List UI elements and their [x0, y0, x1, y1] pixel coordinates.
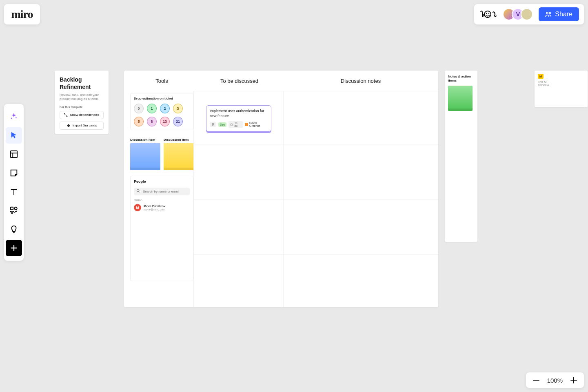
- svg-point-9: [14, 207, 17, 210]
- column-header-discussed: To be discussed: [195, 71, 283, 91]
- circle-icon: [230, 123, 233, 126]
- right-panel-text-2: trained o: [538, 84, 584, 87]
- discussion-item-label-1: Discussion item: [130, 138, 160, 142]
- tool-text[interactable]: [6, 184, 22, 200]
- grid-line: [193, 144, 438, 144]
- column-header-tools: Tools: [130, 71, 193, 91]
- cursor-icon: [9, 131, 18, 140]
- people-header: People: [134, 179, 190, 184]
- plus-icon: [9, 244, 18, 252]
- reactions-icon[interactable]: [479, 9, 497, 19]
- svg-rect-5: [11, 151, 18, 158]
- chip-1[interactable]: 1: [147, 104, 157, 113]
- ticket-desc-icon: [210, 122, 216, 127]
- people-icon: [545, 11, 552, 18]
- svg-rect-8: [11, 207, 13, 210]
- svg-line-14: [139, 192, 140, 193]
- tool-ai[interactable]: [6, 109, 22, 125]
- plus-icon: [570, 376, 577, 384]
- people-panel: People Online M Moni Dimitrov mony@miro.…: [130, 176, 193, 281]
- person-name: Moni Dimitrov: [144, 204, 165, 208]
- sticky-blue[interactable]: [130, 143, 160, 170]
- online-label: Online: [134, 199, 190, 202]
- board[interactable]: Tools To be discussed Discussion notes D…: [124, 71, 438, 307]
- ticket-assignee: David Grabner: [245, 122, 268, 127]
- right-truncated-panel[interactable]: M This AI trained o: [535, 71, 588, 107]
- template-icon: [9, 150, 18, 159]
- svg-point-0: [484, 11, 491, 18]
- svg-point-1: [486, 13, 487, 14]
- shapes-icon: [9, 206, 18, 215]
- zoom-value[interactable]: 100%: [547, 377, 563, 384]
- sparkle-icon: [9, 112, 18, 121]
- discussion-item-blue: Discussion item: [130, 138, 160, 170]
- sticky-green[interactable]: [448, 86, 473, 111]
- logo-text: miro: [11, 8, 33, 21]
- template-subtitle: Review, rank, and edit your product back…: [60, 93, 104, 102]
- tool-sticky[interactable]: [6, 165, 22, 181]
- people-search-wrap: [134, 187, 190, 195]
- chip-21[interactable]: 21: [173, 117, 183, 126]
- tool-more[interactable]: [6, 240, 22, 256]
- discussion-item-yellow: Discussion item: [164, 138, 194, 170]
- top-right-bar: V Share: [474, 4, 584, 24]
- notes-panel[interactable]: Notes & action items: [445, 71, 477, 242]
- assignee-avatar-icon: [245, 123, 248, 126]
- jira-icon: [67, 124, 71, 128]
- template-card: Backlog Refinement Review, rank, and edi…: [55, 71, 109, 134]
- tool-shapes[interactable]: [6, 202, 22, 219]
- grid-vline: [283, 91, 284, 307]
- avatar-stack[interactable]: V: [503, 8, 533, 20]
- grid-line: [193, 91, 438, 91]
- zoom-in-button[interactable]: [570, 376, 577, 384]
- discussion-items-row: Discussion item Discussion item: [130, 138, 193, 170]
- chip-5[interactable]: 5: [134, 117, 144, 126]
- person-email: mony@miro.com: [144, 208, 165, 211]
- grid-vline: [193, 91, 194, 307]
- import-jira-button[interactable]: Import Jira cards: [60, 122, 104, 130]
- chip-3[interactable]: 3: [173, 104, 183, 113]
- chip-2[interactable]: 2: [160, 104, 170, 113]
- ticket-meta: Dev To do David Grabner: [210, 121, 268, 128]
- miro-logo[interactable]: miro: [4, 4, 40, 24]
- template-title: Backlog Refinement: [60, 76, 104, 91]
- share-label: Share: [555, 11, 572, 18]
- for-this-template-label: For this template: [60, 106, 104, 109]
- estimation-label: Drop estimation on ticket: [134, 97, 190, 100]
- share-button[interactable]: Share: [539, 7, 579, 21]
- chip-0[interactable]: 0: [134, 104, 144, 113]
- svg-point-13: [137, 189, 139, 192]
- tool-select[interactable]: [6, 127, 22, 144]
- avatar-3[interactable]: [521, 8, 533, 20]
- text-icon: [9, 187, 18, 196]
- sticky-yellow[interactable]: [164, 143, 194, 170]
- tool-pen[interactable]: [6, 221, 22, 237]
- tool-templates[interactable]: [6, 146, 22, 162]
- pen-icon: [9, 225, 18, 234]
- chip-8[interactable]: 8: [147, 117, 157, 126]
- people-search-input[interactable]: [134, 188, 190, 195]
- dependencies-icon: [64, 113, 68, 117]
- grid-line: [193, 254, 438, 255]
- estimation-panel: Drop estimation on ticket 0 1 2 3 5 8 13…: [130, 93, 193, 130]
- notes-header: Notes & action items: [448, 75, 474, 82]
- right-panel-text-1: This AI: [538, 80, 584, 84]
- estimation-chips: 0 1 2 3 5 8 13 21: [134, 104, 190, 126]
- ticket-status-todo: To do: [229, 121, 243, 128]
- ticket-tag-dev: Dev: [218, 122, 226, 127]
- chip-13[interactable]: 13: [160, 117, 170, 126]
- ticket-card[interactable]: Implement user authentication for new fe…: [206, 105, 271, 132]
- grid-line: [193, 199, 438, 199]
- search-icon: [136, 189, 140, 193]
- svg-point-2: [488, 13, 489, 14]
- minus-icon: [533, 376, 540, 384]
- svg-point-4: [549, 12, 551, 14]
- zoom-out-button[interactable]: [533, 376, 540, 384]
- zoom-control: 100%: [526, 372, 584, 388]
- miro-badge-icon: M: [538, 74, 544, 79]
- person-row[interactable]: M Moni Dimitrov mony@miro.com: [134, 204, 190, 211]
- ticket-title: Implement user authentication for new fe…: [210, 109, 268, 118]
- sticky-note-icon: [9, 168, 18, 177]
- svg-point-18: [231, 124, 233, 126]
- show-dependencies-button[interactable]: Show dependencies: [60, 111, 104, 119]
